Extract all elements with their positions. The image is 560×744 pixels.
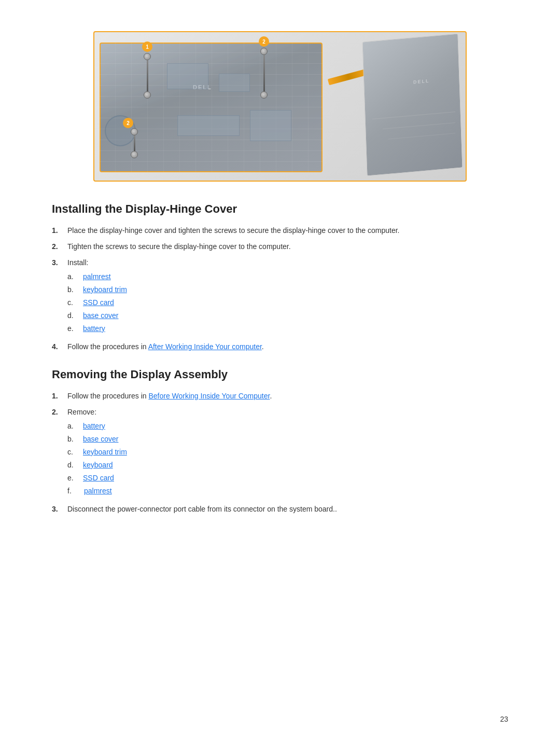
hinge-left-screw: 1: [144, 53, 151, 99]
remove-step-content-2: Remove: a. battery b. base cover c. keyb: [67, 407, 508, 499]
remove-step-num-2: 2.: [52, 407, 67, 499]
base-cover-link-install[interactable]: base cover: [83, 310, 118, 321]
step-num-4: 4.: [52, 341, 67, 352]
palmrest-link-install[interactable]: palmrest: [83, 271, 111, 282]
component-2: [219, 74, 250, 92]
remove-section: Removing the Display Assembly 1. Follow …: [52, 368, 508, 515]
screw-head-left: [144, 53, 151, 60]
remove-step-num-3: 3.: [52, 504, 67, 515]
badge-1: 1: [142, 42, 152, 52]
sub-item-a: a. palmrest: [67, 271, 508, 282]
remove-sub-letter-c: c.: [67, 447, 83, 458]
palmrest-link-remove[interactable]: palmrest: [84, 486, 112, 497]
screw-head-lower: [131, 128, 138, 135]
screw-post-line-left: [147, 60, 148, 91]
hinge-right-screw: 2: [260, 48, 268, 99]
before-working-link[interactable]: Before Working Inside Your Computer: [148, 392, 270, 400]
diagram-section: DELL 1 2: [52, 31, 508, 182]
sub-letter-b: b.: [67, 284, 83, 295]
keyboard-trim-link-install[interactable]: keyboard trim: [83, 284, 127, 295]
screw-post-line-right: [263, 55, 265, 91]
install-steps: 1. Place the display-hinge cover and tig…: [52, 225, 508, 352]
step-num-2: 2.: [52, 241, 67, 252]
battery-link-remove[interactable]: battery: [83, 421, 105, 432]
remove-step-1-prefix: Follow the procedures in: [67, 392, 148, 400]
step-content-1: Place the display-hinge cover and tighte…: [67, 225, 508, 236]
screw-foot-lower: [131, 151, 138, 158]
step-4-suffix: .: [262, 342, 264, 351]
badge-2-right: 2: [259, 36, 269, 47]
step-content-3: Install: a. palmrest b. keyboard trim c.: [67, 257, 508, 336]
step-content-4: Follow the procedures in After Working I…: [67, 341, 508, 352]
remove-sub-letter-a: a.: [67, 421, 83, 432]
remove-sub-b: b. base cover: [67, 434, 508, 445]
step-num-3: 3.: [52, 257, 67, 336]
sub-letter-d: d.: [67, 310, 83, 321]
base-cover-link-remove[interactable]: base cover: [83, 434, 118, 445]
battery-link-install[interactable]: battery: [83, 323, 105, 334]
component-4: [250, 110, 291, 141]
sub-letter-a: a.: [67, 271, 83, 282]
remove-sub-e: e. SSD card: [67, 473, 508, 484]
keyboard-link-remove[interactable]: keyboard: [83, 460, 113, 471]
install-title: Installing the Display-Hinge Cover: [52, 202, 508, 216]
remove-sub-a: a. battery: [67, 421, 508, 432]
screw-foot-left: [144, 91, 151, 99]
install-step-1: 1. Place the display-hinge cover and tig…: [52, 225, 508, 236]
remove-step-1: 1. Follow the procedures in Before Worki…: [52, 391, 508, 402]
remove-sub-letter-d: d.: [67, 460, 83, 471]
remove-step-3: 3. Disconnect the power-connector port c…: [52, 504, 508, 515]
sub-item-e: e. battery: [67, 323, 508, 334]
laptop-lid-container: DELL: [357, 37, 460, 177]
sub-letter-e: e.: [67, 323, 83, 334]
screw-foot-right: [260, 91, 268, 99]
component-3: [177, 115, 240, 136]
install-section: Installing the Display-Hinge Cover 1. Pl…: [52, 202, 508, 352]
remove-sub-f: f. palmrest: [67, 486, 508, 497]
install-step-4: 4. Follow the procedures in After Workin…: [52, 341, 508, 352]
remove-title: Removing the Display Assembly: [52, 368, 508, 381]
diagram-image: DELL 1 2: [93, 31, 467, 182]
remove-sub-letter-b: b.: [67, 434, 83, 445]
remove-sub-list: a. battery b. base cover c. keyboard tri…: [67, 421, 508, 497]
component-1: [167, 63, 208, 89]
diagram-inner: DELL 1 2: [94, 32, 466, 181]
sub-item-c: c. SSD card: [67, 297, 508, 308]
remove-sub-c: c. keyboard trim: [67, 447, 508, 458]
remove-steps: 1. Follow the procedures in Before Worki…: [52, 391, 508, 515]
remove-step-2-text: Remove:: [67, 408, 96, 416]
remove-step-2: 2. Remove: a. battery b. base cover: [52, 407, 508, 499]
keyboard-trim-link-remove[interactable]: keyboard trim: [83, 447, 127, 458]
step-content-2: Tighten the screws to secure the display…: [67, 241, 508, 252]
sub-letter-c: c.: [67, 297, 83, 308]
after-working-link[interactable]: After Working Inside Your computer: [148, 342, 262, 351]
remove-step-content-3: Disconnect the power-connector port cabl…: [67, 504, 508, 515]
step-3-text: Install:: [67, 258, 88, 267]
remove-step-1-suffix: .: [270, 392, 272, 400]
screw-post-line-lower: [134, 135, 135, 151]
remove-sub-d: d. keyboard: [67, 460, 508, 471]
remove-step-content-1: Follow the procedures in Before Working …: [67, 391, 508, 402]
remove-sub-letter-e: e.: [67, 473, 83, 484]
step-4-prefix: Follow the procedures in: [67, 342, 148, 351]
ssd-card-link-install[interactable]: SSD card: [83, 297, 114, 308]
ssd-card-link-remove[interactable]: SSD card: [83, 473, 114, 484]
remove-step-num-1: 1.: [52, 391, 67, 402]
install-step-2: 2. Tighten the screws to secure the disp…: [52, 241, 508, 252]
badge-2-left: 2: [123, 118, 133, 128]
page-number: 23: [500, 715, 508, 723]
step-num-1: 1.: [52, 225, 67, 236]
sub-item-b: b. keyboard trim: [67, 284, 508, 295]
laptop-lid: [362, 33, 463, 176]
remove-sub-letter-f: f.: [67, 486, 84, 497]
sub-item-d: d. base cover: [67, 310, 508, 321]
install-sub-list: a. palmrest b. keyboard trim c. SSD card: [67, 271, 508, 334]
install-step-3: 3. Install: a. palmrest b. keyboard trim: [52, 257, 508, 336]
screw-head-right: [260, 48, 268, 55]
lower-screw: [131, 128, 138, 158]
